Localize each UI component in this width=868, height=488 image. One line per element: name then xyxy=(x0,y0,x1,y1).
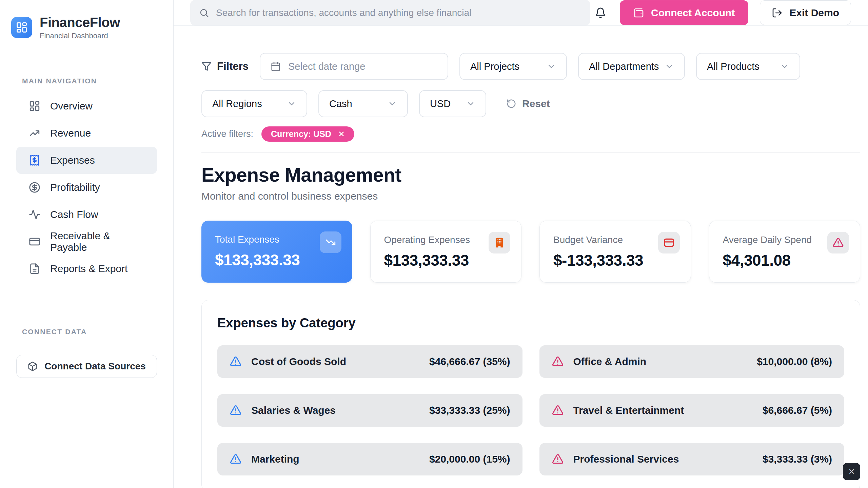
active-filters-row: Active filters: Currency: USD ✕ xyxy=(201,126,860,142)
section-divider xyxy=(201,152,860,152)
chevron-down-icon xyxy=(780,62,789,71)
close-icon: ✕ xyxy=(848,467,855,476)
topbar-actions: Connect Account Exit Demo xyxy=(593,0,851,25)
filters-row-1: Filters Select date range All Projects A… xyxy=(201,53,860,80)
sidebar-item-reports-export[interactable]: Reports & Export xyxy=(16,255,157,282)
app-root: FinanceFlow Financial Dashboard MAIN NAV… xyxy=(0,0,868,488)
departments-select[interactable]: All Departments xyxy=(578,53,685,80)
exit-demo-button[interactable]: Exit Demo xyxy=(760,0,851,25)
alert-triangle-icon xyxy=(552,453,564,465)
expenses-by-category-panel: Expenses by Category Cost of Goods Sold … xyxy=(201,300,860,488)
brand-name: FinanceFlow xyxy=(40,15,120,30)
sidebar-item-label: Cash Flow xyxy=(50,209,98,220)
exit-demo-label: Exit Demo xyxy=(789,7,839,19)
trending-up-icon xyxy=(28,127,41,139)
category-row: Salaries & Wages $33,333.33 (25%) xyxy=(217,394,522,427)
connect-data-sources-button[interactable]: Connect Data Sources xyxy=(16,355,157,378)
search-input[interactable] xyxy=(216,7,581,18)
currency-select[interactable]: USD xyxy=(419,90,486,117)
sidebar-item-expenses[interactable]: Expenses xyxy=(16,147,157,174)
sidebar-item-label: Expenses xyxy=(50,155,95,166)
credit-card-icon xyxy=(28,236,41,248)
sidebar-item-overview[interactable]: Overview xyxy=(16,93,157,120)
filters-row-2: All Regions Cash USD Reset xyxy=(201,90,860,117)
projects-select[interactable]: All Projects xyxy=(459,53,567,80)
chevron-down-icon xyxy=(665,62,674,71)
payment-method-select-value: Cash xyxy=(329,98,352,109)
category-row: Travel & Entertainment $6,666.67 (5%) xyxy=(539,394,845,427)
topbar: Connect Account Exit Demo xyxy=(174,0,868,26)
regions-select-value: All Regions xyxy=(212,98,262,109)
category-name: Professional Services xyxy=(573,453,679,465)
calendar-icon xyxy=(271,61,281,72)
notifications-button[interactable] xyxy=(593,5,608,21)
activity-icon xyxy=(28,208,41,221)
alert-triangle-icon xyxy=(230,453,242,465)
date-range-input[interactable]: Select date range xyxy=(260,53,448,80)
main-area: Connect Account Exit Demo Filters xyxy=(174,0,868,488)
currency-select-value: USD xyxy=(430,98,451,109)
connect-data-sources-label: Connect Data Sources xyxy=(44,361,146,372)
app-logo-icon xyxy=(11,17,32,38)
connect-section-label: CONNECT DATA xyxy=(22,328,157,336)
reset-filters-button[interactable]: Reset xyxy=(506,98,550,109)
alert-triangle-icon xyxy=(230,355,242,368)
category-value: $3,333.33 (3%) xyxy=(763,453,832,465)
category-row: Professional Services $3,333.33 (3%) xyxy=(539,443,845,475)
sidebar-item-label: Revenue xyxy=(50,127,91,139)
category-name: Salaries & Wages xyxy=(251,405,336,416)
stat-value: $-133,333.33 xyxy=(553,251,677,269)
stat-card-operating-expenses: Operating Expenses $133,333.33 xyxy=(370,221,522,283)
chevron-down-icon xyxy=(466,99,475,108)
circle-dollar-icon xyxy=(28,181,41,194)
category-name: Cost of Goods Sold xyxy=(251,356,346,367)
projects-select-value: All Projects xyxy=(470,61,519,72)
sidebar-item-label: Receivable & Payable xyxy=(50,230,145,253)
sidebar-item-cash-flow[interactable]: Cash Flow xyxy=(16,201,157,228)
alert-triangle-icon xyxy=(552,355,564,368)
category-row: Marketing $20,000.00 (15%) xyxy=(217,443,522,475)
search-box[interactable] xyxy=(190,0,590,25)
category-value: $20,000.00 (15%) xyxy=(429,453,510,465)
search-icon xyxy=(199,8,209,18)
alert-triangle-icon xyxy=(827,232,849,253)
page-subtitle: Monitor and control business expenses xyxy=(201,190,860,202)
sidebar-item-label: Overview xyxy=(50,100,93,112)
regions-select[interactable]: All Regions xyxy=(201,90,307,117)
receipt-icon xyxy=(28,154,41,166)
sidebar-item-revenue[interactable]: Revenue xyxy=(16,120,157,147)
category-name: Marketing xyxy=(251,453,299,465)
alert-triangle-icon xyxy=(230,404,242,416)
main-navigation: Overview Revenue Expenses xyxy=(0,93,173,282)
stat-value: $133,333.33 xyxy=(384,251,508,269)
chip-close-icon[interactable]: ✕ xyxy=(338,130,345,138)
chevron-down-icon xyxy=(388,99,397,108)
stat-value: $133,333.33 xyxy=(215,251,339,269)
filters-title: Filters xyxy=(201,60,249,73)
stat-cards-row: Total Expenses $133,333.33 Operating Exp… xyxy=(201,221,860,283)
log-out-icon xyxy=(772,7,783,18)
category-value: $10,000.00 (8%) xyxy=(757,356,832,367)
sidebar-item-label: Profitability xyxy=(50,182,100,193)
layout-dashboard-icon xyxy=(28,100,41,112)
sidebar-item-label: Reports & Export xyxy=(50,263,127,274)
chevron-down-icon xyxy=(547,62,556,71)
payment-method-select[interactable]: Cash xyxy=(318,90,408,117)
nav-section-label: MAIN NAVIGATION xyxy=(22,77,157,85)
panel-title: Expenses by Category xyxy=(217,316,844,330)
brand-header: FinanceFlow Financial Dashboard xyxy=(0,0,173,55)
content: Filters Select date range All Projects A… xyxy=(174,26,868,488)
stat-card-average-daily-spend: Average Daily Spend $4,301.08 xyxy=(709,221,861,283)
category-name: Travel & Entertainment xyxy=(573,405,684,416)
connect-account-button[interactable]: Connect Account xyxy=(620,0,748,25)
products-select[interactable]: All Products xyxy=(696,53,800,80)
category-value: $46,666.67 (35%) xyxy=(429,356,510,367)
sidebar-item-receivable-payable[interactable]: Receivable & Payable xyxy=(16,228,157,255)
close-button[interactable]: ✕ xyxy=(843,463,860,480)
chevron-down-icon xyxy=(287,99,296,108)
date-range-placeholder: Select date range xyxy=(288,61,365,72)
active-filter-chip[interactable]: Currency: USD ✕ xyxy=(261,126,354,142)
bell-icon xyxy=(595,7,606,19)
sidebar-item-profitability[interactable]: Profitability xyxy=(16,174,157,201)
category-grid: Cost of Goods Sold $46,666.67 (35%) Offi… xyxy=(217,345,844,475)
